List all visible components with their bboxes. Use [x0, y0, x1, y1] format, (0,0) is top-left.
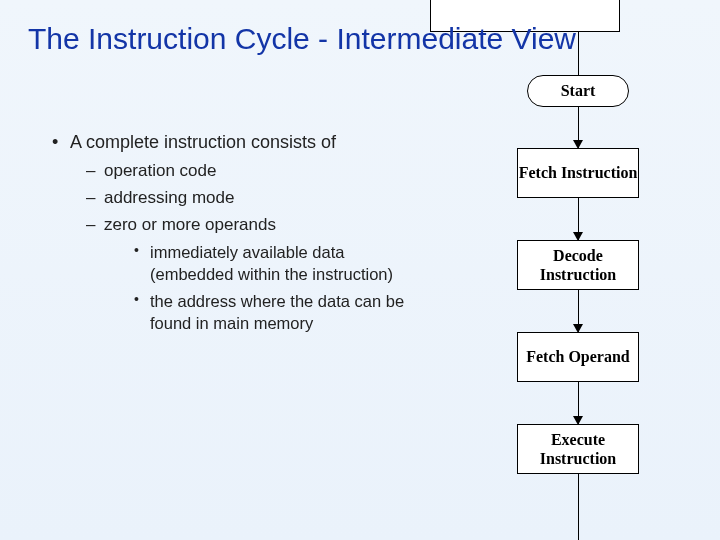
bullet-l3-2: the address where the data can be found …	[104, 290, 418, 335]
flowchart: Start Fetch Instruction Decode Instructi…	[430, 0, 690, 540]
flow-node-decode-instruction: Decode Instruction	[517, 240, 639, 290]
bullet-l2-1: operation code	[70, 160, 418, 183]
flow-line	[578, 474, 579, 540]
bullet-l1-1-text: A complete instruction consists of	[70, 132, 336, 152]
bullet-content: A complete instruction consists of opera…	[48, 130, 418, 340]
flow-node-start: Start	[527, 75, 629, 107]
flow-node-fetch-operand: Fetch Operand	[517, 332, 639, 382]
bullet-l2-3: zero or more operands immediately availa…	[70, 214, 418, 334]
slide-title: The Instruction Cycle - Intermediate Vie…	[0, 0, 720, 56]
bullet-l3-1: immediately available data (embedded wit…	[104, 241, 418, 286]
flow-node-fetch-instruction: Fetch Instruction	[517, 148, 639, 198]
bullet-l2-2: addressing mode	[70, 187, 418, 210]
bullet-l2-3-text: zero or more operands	[104, 215, 276, 234]
bullet-l1-1: A complete instruction consists of opera…	[48, 130, 418, 334]
flow-node-execute-instruction: Execute Instruction	[517, 424, 639, 474]
